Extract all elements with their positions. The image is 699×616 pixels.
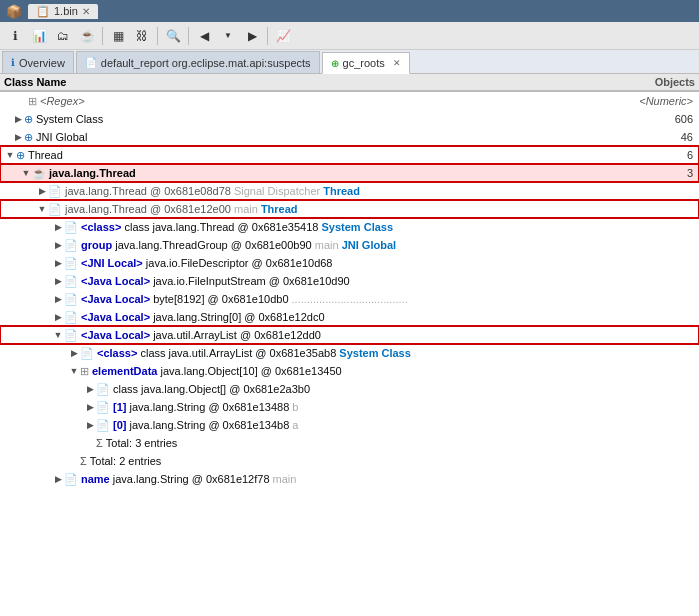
fwd-toolbar-btn[interactable]: ▶ [241, 25, 263, 47]
row-text: class java.lang.Object[] @ 0x681e2a3b0 [113, 383, 310, 395]
table-row[interactable]: ▶ 📄 group java.lang.ThreadGroup @ 0x681e… [0, 236, 699, 254]
row-text: java.lang.Thread @ 0x681e08d78 Signal Di… [65, 185, 360, 197]
objects-value: 606 [619, 113, 699, 125]
row-text: <Java Local> java.io.FileInputStream @ 0… [81, 275, 350, 287]
java-toolbar-btn[interactable]: ☕ [76, 25, 98, 47]
table-row[interactable]: ▼ ☕ java.lang.Thread 3 [0, 164, 699, 182]
objects-value: 3 [619, 167, 699, 179]
row-text: Thread [28, 149, 63, 161]
table-row[interactable]: ▶ 📄 <Java Local> java.io.FileInputStream… [0, 272, 699, 290]
backmore-toolbar-btn[interactable]: ▼ [217, 25, 239, 47]
java-local-byte-icon: 📄 [64, 293, 78, 306]
objects-value: <Numeric> [619, 95, 699, 107]
expander-icon[interactable]: ▶ [68, 348, 80, 358]
expander-icon[interactable]: ▶ [12, 114, 24, 124]
row-text: java.lang.Thread @ 0x681e12e00 main Thre… [65, 203, 298, 215]
tabs-bar: ℹ Overview 📄 default_report org.eclipse.… [0, 50, 699, 74]
expander-icon[interactable]: ▶ [36, 186, 48, 196]
tree-area[interactable]: ⊞ <Regex> <Numeric> ▶ ⊕ System Class 606… [0, 92, 699, 616]
expander-icon[interactable]: ▶ [52, 474, 64, 484]
tab-gc-roots[interactable]: ⊕ gc_roots ✕ [322, 52, 410, 74]
report-icon: 📄 [85, 57, 97, 68]
expander-icon[interactable]: ▶ [52, 240, 64, 250]
expander-icon[interactable]: ▶ [84, 384, 96, 394]
table-row[interactable]: ▶ 📄 <Java Local> java.lang.String[0] @ 0… [0, 308, 699, 326]
jni-global-icon: ⊕ [24, 131, 33, 144]
table-row: Σ Total: 2 entries [0, 452, 699, 470]
string1-icon: 📄 [96, 401, 110, 414]
table-row[interactable]: ▶ 📄 [1] java.lang.String @ 0x681e13488 b [0, 398, 699, 416]
table-row[interactable]: ▶ ⊕ JNI Global 46 [0, 128, 699, 146]
tab-report[interactable]: 📄 default_report org.eclipse.mat.api:sus… [76, 51, 320, 73]
object-array-icon: 📄 [96, 383, 110, 396]
toolbar: ℹ 📊 🗂 ☕ ▦ ⛓ 🔍 ◀ ▼ ▶ 📈 [0, 22, 699, 50]
group-icon: 📄 [64, 239, 78, 252]
eclipse-icon: 📦 [6, 4, 22, 19]
bin-icon: 📋 [36, 5, 50, 18]
back-toolbar-btn[interactable]: ◀ [193, 25, 215, 47]
expander-icon[interactable]: ▶ [52, 222, 64, 232]
title-close-icon[interactable]: ✕ [82, 6, 90, 17]
expander-icon[interactable]: ▼ [36, 204, 48, 214]
expander-icon[interactable]: ▶ [52, 294, 64, 304]
grid-toolbar-btn[interactable]: ▦ [107, 25, 129, 47]
main-area: Class Name Objects ⊞ <Regex> <Numeric> ▶… [0, 74, 699, 616]
signal-dispatch-icon: 📄 [48, 185, 62, 198]
table-row[interactable]: ▼ ⊕ Thread 6 [0, 146, 699, 164]
expander-icon[interactable]: ▼ [4, 150, 16, 160]
table-row[interactable]: ▼ 📄 java.lang.Thread @ 0x681e12e00 main … [0, 200, 699, 218]
objects-value: 46 [619, 131, 699, 143]
class-arraylist-icon: 📄 [80, 347, 94, 360]
expander-icon[interactable]: ▶ [52, 258, 64, 268]
search-toolbar-btn[interactable]: 🔍 [162, 25, 184, 47]
tab-gc-close-icon[interactable]: ✕ [393, 58, 401, 68]
row-text: JNI Global [36, 131, 87, 143]
expander-icon[interactable]: ▶ [84, 402, 96, 412]
row-text: [1] java.lang.String @ 0x681e13488 b [113, 401, 298, 413]
table-row[interactable]: ▶ 📄 class java.lang.Object[] @ 0x681e2a3… [0, 380, 699, 398]
sigma-2-icon: Σ [80, 455, 87, 467]
expander-icon[interactable]: ▶ [52, 312, 64, 322]
table-row[interactable]: ▶ 📄 <class> class java.util.ArrayList @ … [0, 344, 699, 362]
tab-overview[interactable]: ℹ Overview [2, 51, 74, 73]
expander-icon[interactable]: ▼ [52, 330, 64, 340]
row-text: System Class [36, 113, 103, 125]
row-text: <Java Local> java.util.ArrayList @ 0x681… [81, 329, 321, 341]
table-row[interactable]: ▶ 📄 <JNI Local> java.io.FileDescriptor @… [0, 254, 699, 272]
title-tab-label: 1.bin [54, 5, 78, 17]
expander-icon[interactable]: ▼ [68, 366, 80, 376]
class-toolbar-btn[interactable]: 🗂 [52, 25, 74, 47]
table-row[interactable]: ▶ 📄 java.lang.Thread @ 0x681e08d78 Signa… [0, 182, 699, 200]
table-row[interactable]: ▶ 📄 [0] java.lang.String @ 0x681e134b8 a [0, 416, 699, 434]
sep2 [157, 27, 158, 45]
row-text: <Regex> [40, 95, 85, 107]
chart-toolbar-btn[interactable]: 📊 [28, 25, 50, 47]
table-row[interactable]: ▼ 📄 <Java Local> java.util.ArrayList @ 0… [0, 326, 699, 344]
col-objects-header: Objects [615, 76, 695, 88]
table-row[interactable]: ▶ 📄 name java.lang.String @ 0x681e12f78 … [0, 470, 699, 488]
table-row[interactable]: ⊞ <Regex> <Numeric> [0, 92, 699, 110]
table-row[interactable]: ▼ ⊞ elementData java.lang.Object[10] @ 0… [0, 362, 699, 380]
java-lang-thread-icon: ☕ [32, 167, 46, 180]
name-icon: 📄 [64, 473, 78, 486]
row-text: <class> class java.lang.Thread @ 0x681e3… [81, 221, 393, 233]
row-text: <JNI Local> java.io.FileDescriptor @ 0x6… [81, 257, 332, 269]
table-row[interactable]: ▶ ⊕ System Class 606 [0, 110, 699, 128]
info-toolbar-btn[interactable]: ℹ [4, 25, 26, 47]
expander-icon[interactable]: ▶ [52, 276, 64, 286]
tab-overview-label: Overview [19, 57, 65, 69]
expander-icon[interactable]: ▼ [20, 168, 32, 178]
regex-icon: ⊞ [28, 95, 37, 108]
expander-icon[interactable]: ▶ [84, 420, 96, 430]
table-row[interactable]: ▶ 📄 <Java Local> byte[8192] @ 0x681e10db… [0, 290, 699, 308]
table-row[interactable]: ▶ 📄 <class> class java.lang.Thread @ 0x6… [0, 218, 699, 236]
sep3 [188, 27, 189, 45]
java-local-string-icon: 📄 [64, 311, 78, 324]
title-tab[interactable]: 📋 1.bin ✕ [28, 4, 98, 19]
link-toolbar-btn[interactable]: ⛓ [131, 25, 153, 47]
sep1 [102, 27, 103, 45]
stats-toolbar-btn[interactable]: 📈 [272, 25, 294, 47]
expander-icon[interactable]: ▶ [12, 132, 24, 142]
overview-icon: ℹ [11, 57, 15, 68]
table-row: Σ Total: 3 entries [0, 434, 699, 452]
